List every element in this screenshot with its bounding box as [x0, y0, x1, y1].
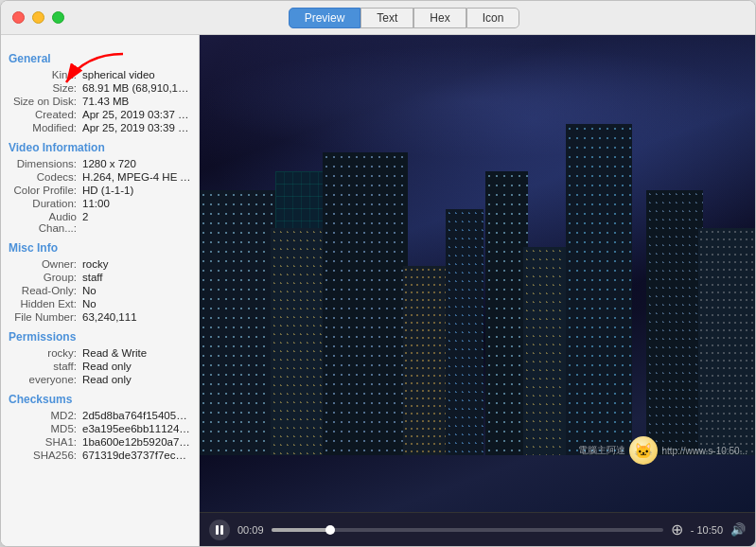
info-row-codecs: Codecs: H.264, MPEG-4 HE AAC: [9, 171, 191, 183]
value-created: Apr 25, 2019 03:37 PM: [82, 109, 191, 120]
pause-bar-left: [216, 525, 219, 535]
building-10: [698, 228, 755, 455]
building-2: [271, 228, 327, 455]
right-panel: 電腦主阿達 🐱 http://www.s-10:50... 00:09: [200, 35, 755, 546]
value-sha256: 671319de3737f7ecac...: [82, 450, 191, 461]
value-hidden-ext: No: [82, 298, 191, 309]
info-row-read-only: Read-Only: No: [9, 285, 191, 296]
value-codecs: H.264, MPEG-4 HE AAC: [82, 171, 191, 183]
label-size: Size:: [9, 82, 82, 94]
info-row-sha1: SHA1: 1ba600e12b5920a76...: [9, 436, 191, 448]
info-row-md2: MD2: 2d5d8ba764f154057...: [9, 410, 191, 421]
info-row-modified: Modified: Apr 25, 2019 03:39 PM: [9, 122, 191, 133]
info-row-kind: Kind: spherical video: [9, 69, 191, 80]
label-perm-staff: staff:: [9, 361, 82, 372]
section-permissions: Permissions: [9, 330, 191, 344]
pause-icon: [216, 525, 223, 535]
value-md5: e3a195ee6bb11124d4...: [82, 423, 191, 434]
value-modified: Apr 25, 2019 03:39 PM: [82, 122, 191, 133]
tab-bar: Preview Text Hex Icon: [64, 8, 744, 28]
video-controls: 00:09 ⊕ - 10:50 🔊: [200, 512, 755, 546]
content-area: General Kind: spherical video Size: 68.9…: [1, 35, 755, 546]
info-row-size-on-disk: Size on Disk: 71.43 MB: [9, 96, 191, 107]
progress-fill: [272, 528, 330, 532]
video-container: 電腦主阿達 🐱 http://www.s-10:50...: [200, 35, 755, 512]
label-perm-rocky: rocky:: [9, 347, 82, 359]
main-window: Preview Text Hex Icon General Kind:: [0, 0, 756, 547]
label-created: Created:: [9, 109, 82, 120]
label-md2: MD2:: [9, 410, 82, 421]
tab-text[interactable]: Text: [360, 8, 413, 28]
value-dimensions: 1280 x 720: [82, 158, 191, 169]
label-kind: Kind:: [9, 69, 82, 80]
value-perm-staff: Read only: [82, 361, 191, 372]
titlebar: Preview Text Hex Icon: [1, 1, 755, 35]
label-hidden-ext: Hidden Ext:: [9, 298, 82, 309]
label-owner: Owner:: [9, 258, 82, 270]
value-duration: 11:00: [82, 198, 191, 209]
label-duration: Duration:: [9, 198, 82, 209]
info-row-file-number: File Number: 63,240,111: [9, 311, 191, 323]
total-time: - 10:50: [691, 524, 723, 536]
expand-button[interactable]: ⊕: [671, 521, 683, 538]
building-4: [403, 266, 450, 455]
value-size: 68.91 MB (68,910,115...: [82, 82, 191, 94]
left-panel: General Kind: spherical video Size: 68.9…: [1, 35, 200, 546]
volume-icon[interactable]: 🔊: [730, 522, 746, 537]
value-perm-everyone: Read only: [82, 374, 191, 385]
cloud-overlay: [200, 44, 755, 158]
label-sha1: SHA1:: [9, 436, 82, 448]
info-row-created: Created: Apr 25, 2019 03:37 PM: [9, 109, 191, 120]
value-owner: rocky: [82, 258, 191, 270]
close-button[interactable]: [12, 11, 25, 24]
section-general: General: [9, 52, 191, 65]
value-file-number: 63,240,111: [82, 311, 191, 323]
info-row-md5: MD5: e3a195ee6bb11124d4...: [9, 423, 191, 434]
section-checksums: Checksums: [9, 393, 191, 406]
progress-handle[interactable]: [325, 525, 335, 535]
label-read-only: Read-Only:: [9, 285, 82, 296]
value-group: staff: [82, 272, 191, 283]
info-row-perm-rocky: rocky: Read & Write: [9, 347, 191, 359]
info-row-group: Group: staff: [9, 272, 191, 283]
info-row-size: Size: 68.91 MB (68,910,115...: [9, 82, 191, 94]
pause-button[interactable]: [209, 520, 230, 540]
info-row-color-profile: Color Profile: HD (1-1-1): [9, 185, 191, 196]
building-3: [323, 152, 408, 455]
watermark-url: http://www.s-10:50...: [661, 446, 747, 456]
section-video-info: Video Information: [9, 141, 191, 154]
current-time: 00:09: [237, 524, 264, 536]
info-row-owner: Owner: rocky: [9, 258, 191, 270]
tab-icon[interactable]: Icon: [466, 8, 520, 28]
info-row-dimensions: Dimensions: 1280 x 720: [9, 158, 191, 169]
label-md5: MD5:: [9, 423, 82, 434]
minimize-button[interactable]: [32, 11, 44, 24]
value-md2: 2d5d8ba764f154057...: [82, 410, 191, 421]
label-perm-everyone: everyone:: [9, 374, 82, 385]
label-group: Group:: [9, 272, 82, 283]
value-perm-rocky: Read & Write: [82, 347, 191, 359]
building-5: [446, 209, 483, 455]
watermark: 電腦主阿達 🐱 http://www.s-10:50...: [578, 436, 747, 465]
label-dimensions: Dimensions:: [9, 158, 82, 169]
progress-bar[interactable]: [272, 528, 663, 532]
value-read-only: No: [82, 285, 191, 296]
maximize-button[interactable]: [52, 11, 64, 24]
watermark-text: 電腦主阿達: [578, 444, 625, 457]
label-sha256: SHA256:: [9, 450, 82, 461]
info-row-sha256: SHA256: 671319de3737f7ecac...: [9, 450, 191, 461]
building-1: [200, 190, 275, 455]
label-size-on-disk: Size on Disk:: [9, 96, 82, 107]
label-audio-channels: Audio Chan...:: [9, 211, 82, 234]
pause-bar-right: [220, 525, 223, 535]
building-8: [566, 124, 632, 455]
value-kind: spherical video: [82, 69, 191, 80]
value-color-profile: HD (1-1-1): [82, 185, 191, 196]
info-row-audio-channels: Audio Chan...: 2: [9, 211, 191, 234]
traffic-lights: [12, 11, 64, 24]
tab-hex[interactable]: Hex: [413, 8, 466, 28]
tab-preview[interactable]: Preview: [289, 8, 361, 28]
label-file-number: File Number:: [9, 311, 82, 323]
building-6: [485, 171, 528, 455]
info-row-hidden-ext: Hidden Ext: No: [9, 298, 191, 309]
